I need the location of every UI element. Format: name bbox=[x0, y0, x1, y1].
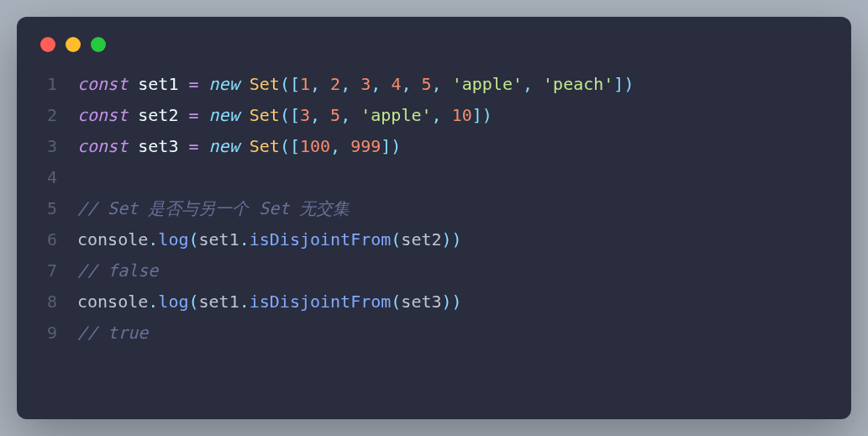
code-token: Set bbox=[250, 74, 280, 94]
code-token: const bbox=[77, 105, 128, 125]
code-token bbox=[178, 105, 188, 125]
code-token: log bbox=[158, 292, 188, 312]
code-token: , bbox=[432, 105, 442, 125]
code-token: , bbox=[330, 136, 340, 156]
code-token: 1 bbox=[300, 74, 310, 94]
code-token: ( bbox=[280, 136, 290, 156]
code-line: 3const set3 = new Set([100, 999]) bbox=[40, 131, 828, 162]
code-token: const bbox=[77, 136, 128, 156]
code-content: // Set 是否与另一个 Set 无交集 bbox=[77, 193, 350, 224]
code-token: 5 bbox=[422, 74, 432, 94]
code-token bbox=[239, 136, 250, 156]
code-token: , bbox=[310, 105, 320, 125]
code-token: console bbox=[77, 292, 148, 312]
code-token: 999 bbox=[350, 136, 381, 156]
code-token: ) bbox=[442, 292, 452, 312]
line-number: 9 bbox=[40, 318, 77, 349]
line-number: 6 bbox=[40, 224, 77, 255]
code-token bbox=[128, 105, 138, 125]
code-line: 1const set1 = new Set([1, 2, 3, 4, 5, 'a… bbox=[40, 69, 828, 100]
code-line: 6console.log(set1.isDisjointFrom(set2)) bbox=[40, 224, 828, 255]
code-token bbox=[442, 105, 452, 125]
code-token: 'peach' bbox=[543, 74, 613, 94]
code-token bbox=[178, 74, 188, 94]
code-line: 2const set2 = new Set([3, 5, 'apple', 10… bbox=[40, 100, 828, 131]
code-token: new bbox=[209, 136, 239, 156]
close-icon[interactable] bbox=[40, 37, 55, 52]
code-token bbox=[350, 105, 360, 125]
code-token: ( bbox=[280, 105, 290, 125]
code-window: 1const set1 = new Set([1, 2, 3, 4, 5, 'a… bbox=[17, 17, 851, 419]
code-content: console.log(set1.isDisjointFrom(set3)) bbox=[77, 286, 462, 318]
code-token: 3 bbox=[300, 105, 310, 125]
code-token bbox=[239, 105, 250, 125]
code-token: 'apple' bbox=[452, 74, 523, 94]
code-token bbox=[199, 136, 209, 156]
code-token: Set bbox=[250, 105, 280, 125]
code-token: [ bbox=[290, 136, 300, 156]
code-token: ) bbox=[442, 229, 452, 250]
code-token: console bbox=[77, 229, 148, 250]
code-line: 5// Set 是否与另一个 Set 无交集 bbox=[40, 193, 828, 224]
code-token: , bbox=[432, 74, 442, 94]
code-token bbox=[381, 74, 391, 94]
code-token bbox=[178, 136, 188, 156]
maximize-icon[interactable] bbox=[91, 37, 106, 52]
code-token: ( bbox=[188, 229, 198, 250]
code-token: set1 bbox=[138, 74, 178, 94]
code-token: 'apple' bbox=[360, 105, 431, 125]
code-token: // Set 是否与另一个 Set 无交集 bbox=[77, 198, 350, 218]
minimize-icon[interactable] bbox=[66, 37, 81, 52]
code-content: const set1 = new Set([1, 2, 3, 4, 5, 'ap… bbox=[77, 69, 634, 100]
code-content: const set3 = new Set([100, 999]) bbox=[77, 131, 401, 162]
code-content: // false bbox=[77, 255, 158, 286]
code-token: ) bbox=[623, 74, 634, 94]
code-content: const set2 = new Set([3, 5, 'apple', 10]… bbox=[77, 100, 492, 131]
code-token: = bbox=[188, 136, 198, 156]
code-token: , bbox=[371, 74, 381, 94]
code-line: 8console.log(set1.isDisjointFrom(set3)) bbox=[40, 286, 828, 318]
code-token bbox=[199, 105, 209, 125]
code-token bbox=[350, 74, 360, 94]
code-token: , bbox=[523, 74, 533, 94]
code-token bbox=[411, 74, 421, 94]
code-token: set2 bbox=[401, 229, 441, 250]
line-number: 2 bbox=[40, 100, 77, 131]
code-token: // false bbox=[77, 260, 158, 281]
code-token: 3 bbox=[360, 74, 371, 94]
code-token: . bbox=[239, 292, 250, 312]
code-token: , bbox=[340, 105, 350, 125]
code-token: Set bbox=[250, 136, 280, 156]
code-token: new bbox=[209, 105, 239, 125]
code-line: 7// false bbox=[40, 255, 828, 286]
code-token: 2 bbox=[330, 74, 340, 94]
code-token: ( bbox=[391, 229, 401, 250]
code-line: 9// true bbox=[40, 318, 828, 349]
code-token: ) bbox=[452, 229, 462, 250]
code-token: 10 bbox=[452, 105, 472, 125]
code-token: 5 bbox=[330, 105, 340, 125]
code-token: set2 bbox=[138, 105, 178, 125]
code-token: isDisjointFrom bbox=[250, 292, 392, 312]
code-token: set1 bbox=[199, 292, 239, 312]
window-titlebar bbox=[40, 37, 828, 52]
code-token: [ bbox=[290, 74, 300, 94]
line-number: 4 bbox=[40, 162, 77, 193]
code-token bbox=[128, 74, 138, 94]
code-token bbox=[320, 105, 330, 125]
code-token bbox=[533, 74, 543, 94]
code-token: const bbox=[77, 74, 128, 94]
code-content: // true bbox=[77, 318, 148, 349]
code-editor[interactable]: 1const set1 = new Set([1, 2, 3, 4, 5, 'a… bbox=[40, 69, 828, 349]
code-token: . bbox=[148, 229, 158, 250]
code-token: 100 bbox=[300, 136, 330, 156]
code-line: 4 bbox=[40, 162, 828, 193]
code-token: ] bbox=[472, 105, 482, 125]
code-token: log bbox=[158, 229, 188, 250]
code-token: , bbox=[310, 74, 320, 94]
code-token: , bbox=[340, 74, 350, 94]
code-token: isDisjointFrom bbox=[250, 229, 392, 250]
code-token: new bbox=[209, 74, 239, 94]
code-token: set3 bbox=[138, 136, 178, 156]
code-token: ) bbox=[482, 105, 492, 125]
